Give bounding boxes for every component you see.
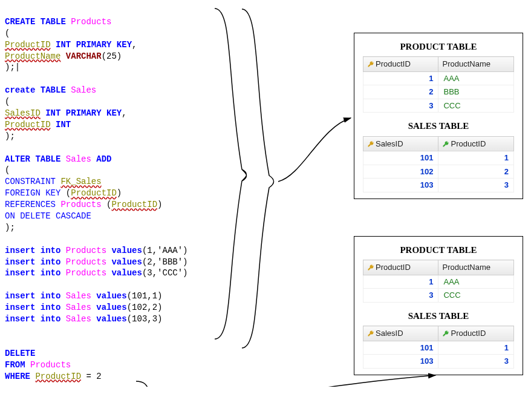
ident-products: Products: [71, 17, 111, 27]
kw-insert-s0: insert into: [5, 291, 60, 301]
key-icon: [367, 140, 374, 147]
key-icon: [367, 263, 374, 271]
col-productname: ProductName: [5, 51, 60, 61]
type-int-pk: INT PRIMARY KEY: [56, 40, 132, 50]
kw-add: ADD: [96, 154, 111, 164]
table-row: 3CCC: [363, 99, 514, 113]
ident-sales: Sales: [71, 85, 96, 95]
kw-where: WHERE: [5, 372, 30, 381]
sales-table-after: SalesID ProductID 1011 1033: [363, 326, 514, 369]
product-table-after: ProductID ProductName 1AAA 3CCC: [363, 260, 514, 303]
kw-create: CREATE TABLE: [5, 17, 66, 27]
product-table-before: ProductID ProductName 1AAA 2BBB 3CCC: [363, 56, 514, 113]
table-row: 1022: [363, 165, 514, 179]
kw-alter: ALTER TABLE: [5, 154, 60, 164]
type-int: INT: [56, 120, 71, 130]
table-row: 1011: [363, 341, 514, 355]
type-varchar: VARCHAR: [66, 51, 102, 61]
key-icon: [367, 329, 374, 336]
table-row: 2BBB: [363, 85, 514, 99]
kw-insert-p1: insert into: [5, 257, 60, 267]
table-row: 1011: [363, 151, 514, 165]
ident-sales2: Sales: [66, 154, 91, 164]
delete-tbl: Products: [30, 360, 71, 370]
product-table-title: PRODUCT TABLE: [363, 41, 514, 53]
product-table-title2: PRODUCT TABLE: [363, 244, 514, 256]
ref-col: ProductID: [111, 200, 157, 209]
panel-before-delete: PRODUCT TABLE ProductID ProductName 1AAA…: [354, 33, 523, 199]
col-salesid: SalesID: [5, 108, 41, 118]
kw-insert-p0: insert into: [5, 246, 60, 255]
sales-table-title: SALES TABLE: [363, 120, 514, 132]
key-icon: [367, 60, 374, 67]
kw-constraint: CONSTRAINT: [5, 177, 56, 186]
constraint-name: FK_Sales: [60, 177, 101, 186]
type-int-pk2: INT PRIMARY KEY: [45, 108, 122, 118]
kw-fk: FOREIGN KEY: [5, 188, 60, 198]
sales-table-before: SalesID ProductID 1011 1022 1033: [363, 136, 514, 192]
col-productid2: ProductID: [5, 120, 51, 130]
table-row: 1AAA: [363, 71, 514, 85]
table-row: 1AAA: [363, 275, 514, 289]
kw-insert-s1: insert into: [5, 303, 60, 312]
col-productid: ProductID: [5, 40, 51, 50]
fk-col: ProductID: [71, 188, 117, 198]
kw-ref: REFERENCES: [5, 200, 56, 209]
kw-delete: DELETE: [5, 349, 35, 358]
kw-ondelete: ON DELETE CASCADE: [5, 211, 91, 221]
where-col: ProductID: [35, 372, 81, 381]
kw-from: FROM: [5, 360, 25, 370]
key-icon: [442, 329, 449, 336]
sales-table-title2: SALES TABLE: [363, 310, 514, 322]
table-row: 1033: [363, 179, 514, 192]
kw-insert-p2: insert into: [5, 268, 60, 278]
table-row: 1033: [363, 355, 514, 369]
panel-after-delete: PRODUCT TABLE ProductID ProductName 1AAA…: [354, 236, 523, 375]
key-icon: [442, 140, 449, 147]
kw-create2: create TABLE: [5, 85, 66, 95]
kw-insert-s2: insert into: [5, 314, 60, 324]
where-val: 2: [96, 372, 101, 381]
table-row: 3CCC: [363, 289, 514, 303]
ref-table: Products: [60, 200, 101, 209]
